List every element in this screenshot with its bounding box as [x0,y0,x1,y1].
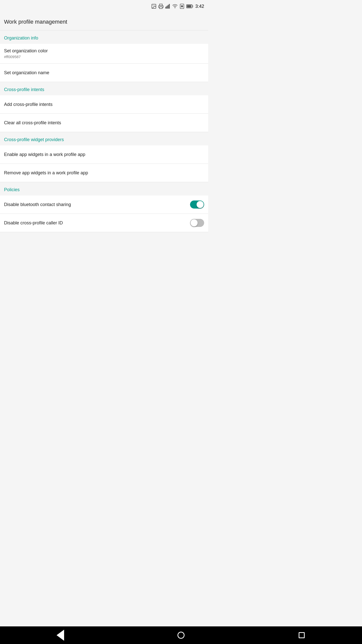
sim-icon [179,4,185,9]
list-item-disable-bluetooth[interactable]: Disable bluetooth contact sharing [0,195,208,214]
section-header-cross-profile-intents: Cross-profile intents [0,82,208,95]
page-title: Work profile management [0,13,208,30]
disable-bluetooth-title: Disable bluetooth contact sharing [4,202,71,207]
disable-bluetooth-toggle[interactable] [190,200,204,209]
list-item-set-org-color[interactable]: Set organization color #ff009587 [0,44,208,63]
signal-icon [165,4,171,9]
clear-cross-profile-intents-title: Clear all cross-profile intents [4,120,204,126]
svg-rect-5 [168,5,169,9]
disable-caller-id-title: Disable cross-profile caller ID [4,220,63,226]
enable-app-widgets-title: Enable app widgets in a work profile app [4,152,204,157]
toggle-thumb-2 [191,219,198,226]
svg-rect-4 [166,6,167,9]
content-area: Organization info Set organization color… [0,30,208,252]
battery-icon [186,4,193,9]
remove-app-widgets-title: Remove app widgets in a work profile app [4,170,204,176]
image-icon [151,4,157,9]
list-item-remove-app-widgets[interactable]: Remove app widgets in a work profile app [0,164,208,182]
svg-rect-2 [159,7,162,9]
set-org-color-title: Set organization color [4,48,204,54]
list-item-enable-app-widgets[interactable]: Enable app widgets in a work profile app [0,145,208,164]
svg-rect-9 [181,5,183,7]
divider-8 [0,232,208,232]
svg-point-1 [153,5,153,6]
svg-rect-3 [165,7,166,9]
status-time: 3:42 [195,4,204,9]
section-header-org-info: Organization info [0,30,208,44]
section-policies: Policies Disable bluetooth contact shari… [0,182,208,232]
list-item-add-cross-profile-intents[interactable]: Add cross-profile intents [0,95,208,113]
set-org-name-title: Set organization name [4,70,204,75]
section-organization-info: Organization info Set organization color… [0,30,208,82]
list-item-disable-caller-id[interactable]: Disable cross-profile caller ID [0,214,208,232]
toggle-thumb [197,201,204,208]
disable-caller-id-toggle[interactable] [190,219,204,227]
list-item-set-org-name[interactable]: Set organization name [0,64,208,82]
status-bar: 3:42 [0,0,208,13]
wifi-icon [172,4,178,9]
section-cross-profile-intents: Cross-profile intents Add cross-profile … [0,82,208,132]
list-item-clear-cross-profile-intents[interactable]: Clear all cross-profile intents [0,114,208,132]
add-cross-profile-intents-title: Add cross-profile intents [4,102,204,107]
print-icon [158,4,164,9]
status-icons [151,4,193,9]
svg-point-7 [175,8,175,8]
section-cross-profile-widget-providers: Cross-profile widget providers Enable ap… [0,132,208,182]
section-header-policies: Policies [0,182,208,195]
svg-rect-6 [169,4,170,9]
section-header-widget-providers: Cross-profile widget providers [0,132,208,145]
set-org-color-subtitle: #ff009587 [4,55,204,59]
svg-rect-11 [187,5,191,7]
